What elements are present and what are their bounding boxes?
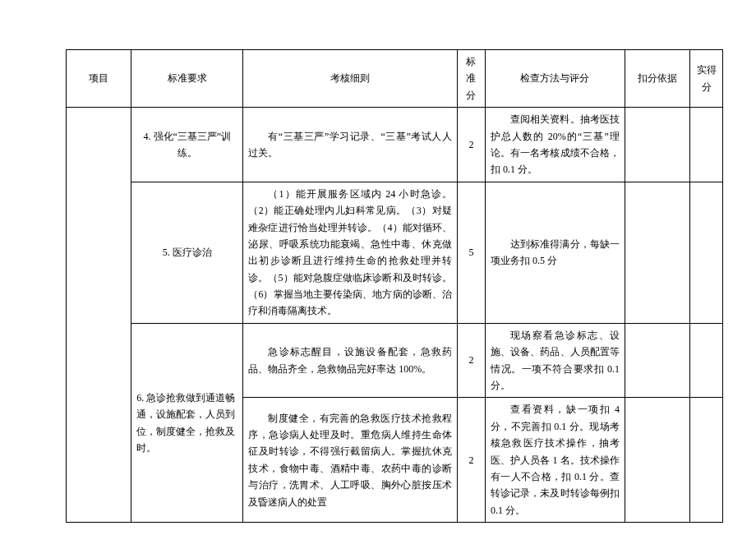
cell-check: 查阅相关资料。抽考医技护总人数的 20%的“三基”理论。有一名考核成绩不合格，扣… bbox=[485, 108, 625, 182]
header-project: 项目 bbox=[67, 50, 131, 108]
cell-score: 5 bbox=[457, 182, 485, 323]
cell-basis bbox=[625, 182, 689, 323]
cell-actual bbox=[690, 108, 723, 182]
cell-actual bbox=[690, 323, 723, 398]
cell-basis bbox=[625, 323, 689, 398]
cell-score: 2 bbox=[457, 108, 485, 182]
cell-score: 2 bbox=[457, 323, 485, 398]
cell-detail: （1）能开展服务区域内 24 小时急诊。（2）能正确处理内儿妇科常见病。（3）对… bbox=[243, 182, 458, 323]
cell-actual bbox=[690, 398, 723, 523]
table-row: 6. 急诊抢救做到通道畅通，设施配套，人员到位，制度健全，抢救及时。 急诊标志醒… bbox=[67, 323, 723, 398]
cell-project-empty bbox=[67, 108, 131, 523]
cell-score: 2 bbox=[457, 398, 485, 523]
cell-detail: 有“三基三严”学习记录、“三基”考试人人过关。 bbox=[243, 108, 458, 182]
header-actual: 实得分 bbox=[690, 50, 723, 108]
cell-detail: 急诊标志醒目，设施设备配套，急救药品、物品齐全，急救物品完好率达 100%。 bbox=[243, 323, 458, 398]
cell-basis bbox=[625, 398, 689, 523]
header-detail: 考核细则 bbox=[243, 50, 458, 108]
cell-detail: 制度健全，有完善的急救医疗技术抢救程序，急诊病人处理及时。重危病人维持生命体征及… bbox=[243, 398, 458, 523]
cell-check: 查看资料，缺一项扣 4 分，不完善扣 0.1 分。现场考核急救医疗技术操作，抽考… bbox=[485, 398, 625, 523]
header-basis: 扣分依据 bbox=[625, 50, 689, 108]
cell-standard: 4. 强化“三基三严”训练。 bbox=[131, 108, 243, 182]
cell-standard: 5. 医疗诊治 bbox=[131, 182, 243, 323]
table-row: 5. 医疗诊治 （1）能开展服务区域内 24 小时急诊。（2）能正确处理内儿妇科… bbox=[67, 182, 723, 323]
table-header-row: 项目 标准要求 考核细则 标准分 检查方法与评分 扣分依据 实得分 bbox=[67, 50, 723, 108]
cell-check: 现场察看急诊标志、设施、设备、药品、人员配置等情况。一项不符合要求扣 0.1 分… bbox=[485, 323, 625, 398]
table-row: 4. 强化“三基三严”训练。 有“三基三严”学习记录、“三基”考试人人过关。 2… bbox=[67, 108, 723, 182]
header-check: 检查方法与评分 bbox=[485, 50, 625, 108]
header-score: 标准分 bbox=[457, 50, 485, 108]
cell-actual bbox=[690, 182, 723, 323]
assessment-table: 项目 标准要求 考核细则 标准分 检查方法与评分 扣分依据 实得分 4. 强化“… bbox=[66, 49, 723, 523]
header-standard: 标准要求 bbox=[131, 50, 243, 108]
cell-check: 达到标准得满分，每缺一项业务扣 0.5 分 bbox=[485, 182, 625, 323]
cell-basis bbox=[625, 108, 689, 182]
cell-standard: 6. 急诊抢救做到通道畅通，设施配套，人员到位，制度健全，抢救及时。 bbox=[131, 323, 243, 522]
